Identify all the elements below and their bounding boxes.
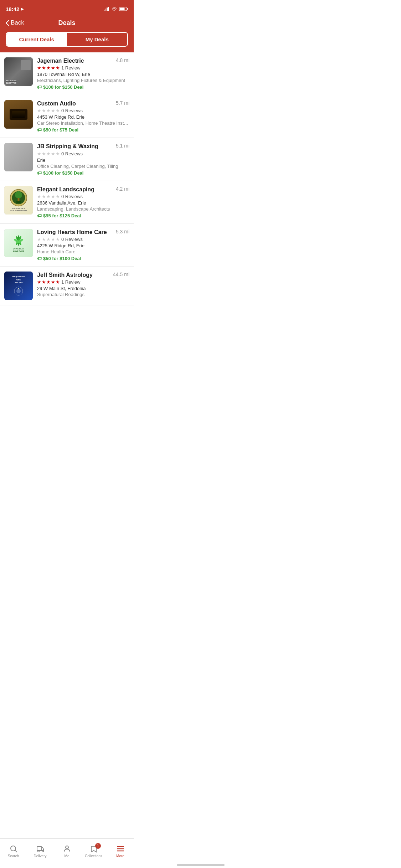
tab-switcher: Current Deals My Deals	[0, 32, 134, 52]
location-icon: ▶	[21, 7, 24, 11]
review-count: 1 Review	[61, 279, 80, 285]
deal-name-row: Custom Audio 5.7 mi	[37, 100, 129, 107]
deal-item[interactable]: JB Stripping & Waxing 5.1 mi ★★★★★ 0 Rev…	[0, 138, 134, 181]
deal-info: Loving Hearts Home Care 5.3 mi ★★★★★ 0 R…	[37, 229, 129, 261]
deal-name-row: Jageman Electric 4.8 mi	[37, 57, 129, 64]
review-count: 0 Reviews	[61, 151, 83, 156]
page-title: Deals	[58, 19, 75, 27]
deal-info: Elegant Landscaping 4.2 mi ★★★★★ 0 Revie…	[37, 186, 129, 218]
deal-item[interactable]: ning AstrolowithJeff Swi Jeff Smith Astr…	[0, 267, 134, 305]
tab-current-deals[interactable]: Current Deals	[6, 33, 67, 46]
stars-row: ★★★★★ 1 Review	[37, 279, 129, 285]
deal-name: Loving Hearts Home Care	[37, 229, 113, 236]
svg-point-5	[15, 191, 22, 198]
deal-distance: 5.7 mi	[116, 100, 129, 106]
star-rating: ★★★★★	[37, 151, 60, 156]
deal-item[interactable]: ANT LANDSCASIGN & MAINTENAN Elegant Land…	[0, 181, 134, 224]
deal-category: Electricians, Lighting Fixtures & Equipm…	[37, 78, 129, 83]
deal-item[interactable]: Custom Audio 5.7 mi ★★★★★ 0 Reviews 4453…	[0, 95, 134, 138]
tag-icon: 🏷	[37, 170, 42, 176]
stars-row: ★★★★★ 0 Reviews	[37, 151, 129, 156]
deal-info: JB Stripping & Waxing 5.1 mi ★★★★★ 0 Rev…	[37, 143, 129, 175]
stars-row: ★★★★★ 0 Reviews	[37, 237, 129, 242]
deal-name-row: Jeff Smith Astrology 44.5 mi	[37, 272, 129, 278]
deal-image: ning AstrolowithJeff Swi	[4, 272, 33, 300]
deal-distance: 4.8 mi	[116, 57, 129, 63]
deal-image: OVING HEARHOME CARE	[4, 229, 33, 257]
deal-info: Jageman Electric 4.8 mi ★★★★★ 1 Review 1…	[37, 57, 129, 90]
tag-icon: 🏷	[37, 84, 42, 90]
review-count: 0 Reviews	[61, 108, 83, 113]
deal-item[interactable]: JAGEMANELECTRIC Jageman Electric 4.8 mi …	[0, 52, 134, 95]
star-rating: ★★★★★	[37, 237, 60, 242]
star-rating: ★★★★★	[37, 108, 60, 113]
star-rating: ★★★★★	[37, 65, 60, 71]
deal-price: 🏷$50 for $75 Deal	[37, 127, 129, 133]
tab-my-deals[interactable]: My Deals	[67, 33, 128, 46]
status-icons	[104, 7, 128, 11]
deal-address: 29 W Main St, Fredonia	[37, 286, 129, 291]
deal-category: Supernatural Readings	[37, 292, 129, 297]
deal-name: Jeff Smith Astrology	[37, 272, 110, 278]
deal-price: 🏷$95 for $125 Deal	[37, 213, 129, 218]
tag-icon: 🏷	[37, 213, 42, 218]
tab-container: Current Deals My Deals	[6, 32, 128, 47]
header: Back Deals	[0, 16, 134, 32]
battery-icon	[119, 7, 128, 11]
deal-name: Jageman Electric	[37, 57, 113, 64]
stars-row: ★★★★★ 0 Reviews	[37, 108, 129, 113]
deal-image	[4, 100, 33, 129]
deal-category: Home Health Care	[37, 249, 129, 254]
back-button[interactable]: Back	[6, 19, 24, 26]
deal-price: 🏷$100 for $150 Deal	[37, 84, 129, 90]
deal-distance: 5.3 mi	[116, 229, 129, 234]
deal-address: Erie	[37, 157, 129, 163]
deal-price: 🏷$100 for $150 Deal	[37, 170, 129, 176]
deal-address: 4453 W Ridge Rd, Erie	[37, 114, 129, 120]
review-count: 1 Review	[61, 65, 80, 71]
svg-point-7	[16, 201, 22, 203]
wifi-icon	[111, 7, 117, 11]
deal-item[interactable]: OVING HEARHOME CARE Loving Hearts Home C…	[0, 224, 134, 267]
deal-image: ANT LANDSCASIGN & MAINTENAN	[4, 186, 33, 215]
deal-category: Office Cleaning, Carpet Cleaning, Tiling	[37, 164, 129, 169]
deal-category: Car Stereo Installation, Home Theatre In…	[37, 120, 129, 126]
deal-name: Elegant Landscaping	[37, 186, 113, 193]
tag-icon: 🏷	[37, 256, 42, 261]
deal-name: Custom Audio	[37, 100, 113, 107]
deal-info: Jeff Smith Astrology 44.5 mi ★★★★★ 1 Rev…	[37, 272, 129, 299]
deal-image	[4, 143, 33, 171]
deal-address: 2636 Vandalia Ave, Erie	[37, 200, 129, 206]
deal-price: 🏷$50 for $100 Deal	[37, 256, 129, 261]
svg-point-15	[18, 288, 19, 289]
deal-image: JAGEMANELECTRIC	[4, 57, 33, 86]
deal-category: Landscaping, Landscape Architects	[37, 206, 129, 212]
deal-name-row: JB Stripping & Waxing 5.1 mi	[37, 143, 129, 150]
deal-name-row: Elegant Landscaping 4.2 mi	[37, 186, 129, 193]
deal-info: Custom Audio 5.7 mi ★★★★★ 0 Reviews 4453…	[37, 100, 129, 133]
tag-icon: 🏷	[37, 127, 42, 133]
deal-list: JAGEMANELECTRIC Jageman Electric 4.8 mi …	[0, 52, 134, 335]
svg-rect-1	[127, 8, 128, 10]
status-bar: 18:42 ▶	[0, 0, 134, 16]
deal-distance: 44.5 mi	[113, 272, 129, 277]
deal-distance: 5.1 mi	[116, 143, 129, 149]
deal-name-row: Loving Hearts Home Care 5.3 mi	[37, 229, 129, 236]
signal-icon	[104, 7, 109, 11]
deal-distance: 4.2 mi	[116, 186, 129, 192]
status-time: 18:42 ▶	[6, 6, 24, 12]
deal-name: JB Stripping & Waxing	[37, 143, 113, 150]
star-rating: ★★★★★	[37, 279, 60, 285]
review-count: 0 Reviews	[61, 237, 83, 242]
stars-row: ★★★★★ 1 Review	[37, 65, 129, 71]
deal-address: 1870 Townhall Rd W, Erie	[37, 72, 129, 77]
stars-row: ★★★★★ 0 Reviews	[37, 194, 129, 199]
review-count: 0 Reviews	[61, 194, 83, 199]
deal-address: 4225 W Ridge Rd, Erie	[37, 243, 129, 248]
svg-point-14	[16, 289, 21, 293]
star-rating: ★★★★★	[37, 194, 60, 199]
svg-rect-2	[120, 8, 125, 10]
